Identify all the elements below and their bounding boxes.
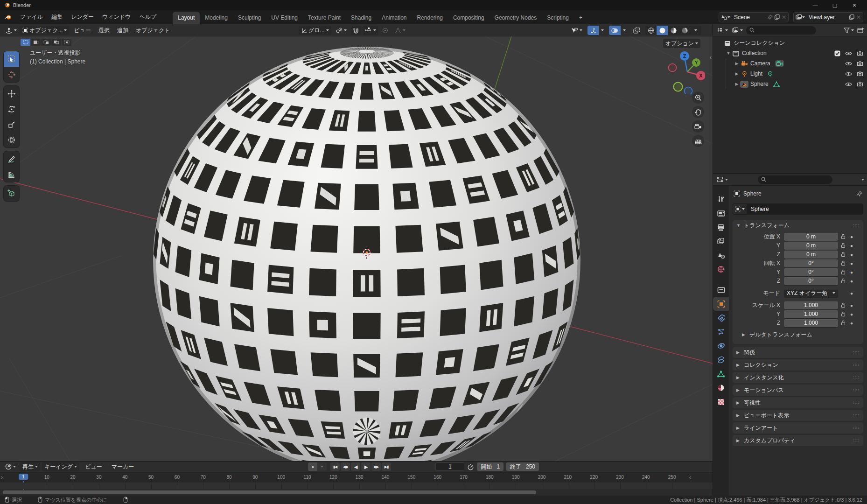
workspace-tab[interactable]: + (574, 12, 587, 24)
disclosure-icon[interactable]: ▶ (734, 71, 740, 76)
properties-tab-output[interactable] (713, 220, 729, 234)
outliner-row-collection[interactable]: ▼Collection (713, 48, 867, 58)
new-scene-icon[interactable] (774, 14, 780, 20)
panel-grip-icon[interactable]: ∷∷ (853, 438, 860, 443)
animate-dot[interactable]: ● (848, 303, 855, 308)
rotation-mode-dropdown[interactable]: XYZ オイラー角 (784, 289, 838, 297)
hide-toggle[interactable] (845, 71, 852, 77)
properties-tab-particles[interactable] (713, 325, 729, 339)
cursor-tool[interactable] (4, 67, 19, 82)
minimize-button[interactable]: — (805, 0, 825, 10)
gizmos-toggle[interactable] (587, 26, 599, 35)
workspace-tab[interactable]: Scripting (542, 12, 574, 24)
animate-dot[interactable]: ● (848, 291, 855, 296)
shading-material-button[interactable] (668, 26, 679, 35)
value-field[interactable]: 0° (784, 259, 838, 267)
select-box-tool[interactable] (4, 51, 19, 67)
timeline-ruler[interactable]: › ‹ 102030405060708090100110120130140150… (0, 473, 713, 483)
animate-dot[interactable]: ● (848, 261, 855, 266)
outliner-row-light[interactable]: ▶Light (713, 69, 867, 79)
properties-tab-texture[interactable] (713, 395, 729, 409)
editor-type-button[interactable] (3, 26, 19, 35)
viewport-menu-item[interactable]: 追加 (113, 27, 132, 35)
workspace-tab[interactable]: Sculpting (233, 12, 266, 24)
close-button[interactable]: ✕ (845, 0, 864, 10)
properties-search-input[interactable] (758, 175, 832, 184)
value-field[interactable]: 1.000 (784, 301, 838, 309)
animate-dot[interactable]: ● (848, 243, 855, 248)
zoom-button[interactable] (692, 91, 704, 104)
options-dropdown[interactable]: オプション (663, 39, 700, 48)
hide-toggle[interactable] (845, 61, 852, 66)
viewport-3d[interactable]: ユーザー・透視投影 (1) Collection | Sphere (0, 36, 713, 461)
timeline-editor-type-button[interactable] (3, 462, 18, 471)
value-field[interactable]: 0 m (784, 233, 838, 241)
viewport-menu-item[interactable]: オブジェクト (132, 27, 174, 35)
lock-icon[interactable] (838, 260, 848, 266)
measure-tool[interactable] (4, 167, 19, 182)
properties-editor-type-button[interactable] (716, 175, 729, 184)
workspace-tab[interactable]: Shading (346, 12, 377, 24)
outliner-filter-dropdown[interactable] (843, 26, 855, 35)
gizmos-dropdown[interactable] (599, 26, 606, 35)
outliner-display-mode-dropdown[interactable] (731, 26, 744, 35)
menu-item[interactable]: ウィンドウ (98, 11, 135, 23)
properties-tab-view-layer[interactable] (713, 234, 729, 248)
outliner-editor-type-button[interactable] (716, 26, 729, 35)
panel-grip-icon[interactable]: ∷∷ (853, 375, 860, 380)
outliner-row-sphere[interactable]: ▶Sphere (713, 79, 867, 89)
rotate-tool[interactable] (4, 101, 19, 117)
stopwatch-icon[interactable] (467, 463, 474, 470)
panel-grip-icon[interactable]: ∷∷ (853, 426, 860, 430)
current-frame-badge[interactable]: 1 (19, 474, 28, 480)
mode-dropdown[interactable]: オブジェク... (20, 26, 69, 35)
snap-target-dropdown[interactable] (363, 26, 378, 35)
timeline-scrollbar-thumb[interactable] (3, 490, 536, 494)
property-section-header[interactable]: ▶ 可視性 ∷∷ (733, 397, 863, 408)
panel-grip-icon[interactable]: ∷∷ (853, 223, 860, 228)
animate-dot[interactable]: ● (848, 234, 855, 239)
timeline-scrollbar[interactable] (0, 489, 713, 496)
disclosure-icon[interactable]: ▶ (734, 61, 740, 66)
animate-dot[interactable]: ● (848, 321, 855, 326)
menu-item[interactable]: ファイル (16, 11, 47, 23)
move-tool[interactable] (4, 86, 19, 101)
select-mode-intersect-button[interactable] (62, 39, 71, 46)
add-cube-tool[interactable] (4, 186, 19, 201)
frame-end-field[interactable]: 終了250 (506, 462, 539, 471)
timeline-view-menu[interactable]: ビュー (81, 463, 106, 471)
animate-dot[interactable]: ● (848, 279, 855, 284)
shading-dropdown[interactable] (690, 26, 701, 35)
playback-dropdown[interactable]: 再生 (20, 462, 40, 471)
properties-tab-render[interactable] (713, 206, 729, 220)
jump-to-start-button[interactable]: ▮◀ (330, 462, 340, 471)
value-field[interactable]: 0° (784, 277, 838, 285)
camera-visibility-toggle[interactable] (857, 71, 863, 77)
workspace-tab[interactable]: UV Editing (266, 12, 303, 24)
timeline-channels[interactable] (0, 483, 713, 489)
properties-options-dropdown[interactable] (861, 179, 864, 181)
breadcrumb-object-name[interactable]: Sphere (743, 190, 762, 197)
current-frame-field[interactable]: 1 (435, 462, 464, 471)
value-field[interactable]: 1.000 (784, 319, 838, 327)
shading-wireframe-button[interactable] (645, 26, 657, 35)
outliner-item-label[interactable]: シーンコレクション (734, 39, 785, 47)
lock-icon[interactable] (838, 234, 848, 239)
property-section-header[interactable]: ▶ カスタムプロパティ ∷∷ (733, 435, 863, 446)
value-field[interactable]: 0 m (784, 242, 838, 250)
properties-tab-constraints[interactable] (713, 353, 729, 367)
pivot-point-dropdown[interactable] (333, 26, 349, 35)
property-section-header[interactable]: ▶ コレクション ∷∷ (733, 359, 863, 371)
properties-tab-object[interactable] (713, 297, 729, 311)
lock-icon[interactable] (838, 269, 848, 275)
annotate-tool[interactable] (4, 151, 19, 167)
frame-start-field[interactable]: 開始1 (477, 462, 503, 471)
properties-tab-world[interactable] (713, 262, 729, 276)
property-section-header[interactable]: ▶ ラインアート ∷∷ (733, 422, 863, 434)
menu-item[interactable]: レンダー (67, 11, 98, 23)
sidebar-collapse-arrow[interactable]: ‹ (710, 54, 712, 61)
workspace-tab[interactable]: Compositing (448, 12, 489, 24)
select-mode-new-button[interactable] (21, 39, 30, 46)
viewport-menu-item[interactable]: 選択 (95, 27, 113, 35)
object-name-input[interactable]: Sphere (747, 203, 863, 215)
